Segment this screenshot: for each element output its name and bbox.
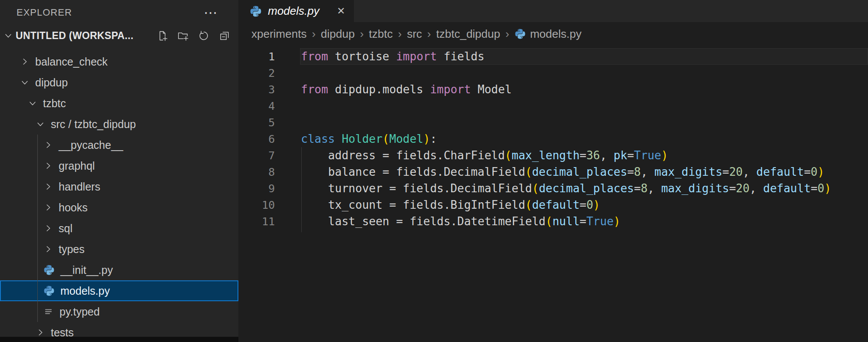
line-number: 8 [238,166,275,178]
editor-group: models.py ✕ xperiments › dipdup › tzbtc … [238,0,868,342]
code-text: turnover = fields.DecimalField(decimal_p… [275,182,831,195]
breadcrumb-separator: › [505,27,509,41]
refresh-icon[interactable] [198,30,210,42]
line-number: 2 [238,67,275,79]
tree-item-balance-check[interactable]: balance_check [0,51,238,72]
tree-item-init-py[interactable]: __init__.py [0,260,238,280]
tree-item-label: tzbtc [43,97,66,110]
code-line[interactable]: 9 turnover = fields.DecimalField(decimal… [238,180,868,197]
breadcrumb-item[interactable]: dipdup [321,27,355,41]
tree-item-label: models.py [60,285,110,297]
code-text: from tortoise import fields [275,50,485,63]
code-text: last_seen = fields.DatetimeField(null=Tr… [275,215,620,228]
explorer-more-actions-icon[interactable]: ⋯ [204,6,218,20]
breadcrumb-file-label: models.py [530,27,582,41]
tree-item-hooks[interactable]: hooks [0,197,238,218]
chevron-down-icon [3,31,13,40]
tree-item-src-tzbtc-dipdup[interactable]: src / tzbtc_dipdup [0,114,238,135]
line-number: 5 [238,116,275,129]
chevron-right-icon [43,140,53,150]
tree-item-tzbtc[interactable]: tzbtc [0,93,238,114]
tree-item-models-py[interactable]: models.py [0,280,238,301]
workspace-actions [156,30,231,42]
chevron-down-icon [20,78,30,87]
tab-title: models.py [268,4,331,18]
tree-item-label: src / tzbtc_dipdup [51,118,136,131]
tree-item-label: sql [59,222,73,235]
code-line[interactable]: 2 [238,65,868,81]
tree-item-label: hooks [59,201,88,214]
new-folder-icon[interactable] [177,30,189,42]
chevron-right-icon [43,161,53,171]
chevron-right-icon [43,224,53,233]
breadcrumb-file[interactable]: models.py [515,27,582,41]
tree-item-label: __init__.py [60,264,113,276]
line-number: 9 [238,182,275,195]
tree-item-label: types [59,243,85,256]
tree-item-sql[interactable]: sql [0,218,238,239]
breadcrumb-item[interactable]: tzbtc [369,27,393,41]
code-text: from dipdup.models import Model [275,83,512,96]
line-number: 1 [238,50,275,63]
new-file-icon[interactable] [156,30,168,42]
tab-models-py[interactable]: models.py ✕ [238,0,354,22]
code-text: balance = fields.DecimalField(decimal_pl… [275,165,824,178]
python-icon [43,285,55,296]
line-number: 10 [238,199,275,211]
breadcrumb-item[interactable]: xperiments [251,27,307,41]
tree-item-types[interactable]: types [0,239,238,260]
file-tree: balance_check dipdup tzbtc src / tzbtc_d… [0,51,238,342]
code-line[interactable]: 11 last_seen = fields.DatetimeField(null… [238,213,868,230]
breadcrumb-item[interactable]: tzbtc_dipdup [436,27,500,41]
indent-guide [37,135,38,322]
code-line[interactable]: 6 class Holder(Model): [238,131,868,147]
breadcrumb-separator: › [360,27,364,41]
tab-bar: models.py ✕ [238,0,868,22]
chevron-right-icon [43,203,53,212]
python-icon [250,5,262,17]
code-line[interactable]: 3 from dipdup.models import Model [238,81,868,98]
code-line[interactable]: 10 tx_count = fields.BigIntField(default… [238,197,868,213]
workspace-title: UNTITLED (WORKSPA... [16,30,152,42]
code-line[interactable]: 8 balance = fields.DecimalField(decimal_… [238,164,868,180]
tree-item-label: balance_check [35,56,108,68]
workspace-section-header[interactable]: UNTITLED (WORKSPA... [0,25,238,46]
explorer-sidebar: EXPLORER ⋯ UNTITLED (WORKSPA... [0,0,238,342]
line-number: 6 [238,133,275,145]
collapse-folders-icon[interactable] [219,30,231,42]
chevron-right-icon [20,57,30,66]
breadcrumb-separator: › [427,27,431,41]
tree-item-graphql[interactable]: graphql [0,155,238,176]
line-number: 3 [238,83,275,96]
breadcrumb: xperiments › dipdup › tzbtc › src › tzbt… [238,22,868,46]
line-number: 11 [238,215,275,228]
tree-item-label: py.typed [59,306,100,318]
tree-item-label: handlers [59,181,100,193]
vscode-window: EXPLORER ⋯ UNTITLED (WORKSPA... [0,0,868,342]
explorer-title: EXPLORER [17,7,72,18]
breadcrumb-separator: › [312,27,316,41]
code-line[interactable]: 7 address = fields.CharField(max_length=… [238,147,868,164]
breadcrumb-separator: › [398,27,402,41]
code-line[interactable]: 4 [238,98,868,114]
file-icon [43,306,54,317]
code-line[interactable]: 5 [238,114,868,131]
chevron-down-icon [28,99,37,108]
close-icon[interactable]: ✕ [337,5,345,17]
tree-item-dipdup[interactable]: dipdup [0,72,238,93]
python-icon [515,28,526,39]
tree-item-py-typed[interactable]: py.typed [0,301,238,322]
tree-item-handlers[interactable]: handlers [0,176,238,197]
breadcrumb-item[interactable]: src [407,27,422,41]
python-icon [43,264,55,276]
chevron-down-icon [36,119,45,129]
sidebar-scrollbar-track[interactable] [0,337,238,342]
chevron-right-icon [43,182,53,191]
code-text: address = fields.CharField(max_length=36… [275,149,668,162]
tree-item-label: __pycache__ [59,139,123,151]
code-line[interactable]: 1 from tortoise import fields [238,48,868,65]
explorer-header: EXPLORER ⋯ [0,0,238,25]
line-number: 4 [238,100,275,112]
tree-item-pycache[interactable]: __pycache__ [0,135,238,155]
code-editor[interactable]: 1 from tortoise import fields 2 3 from d… [238,46,868,342]
